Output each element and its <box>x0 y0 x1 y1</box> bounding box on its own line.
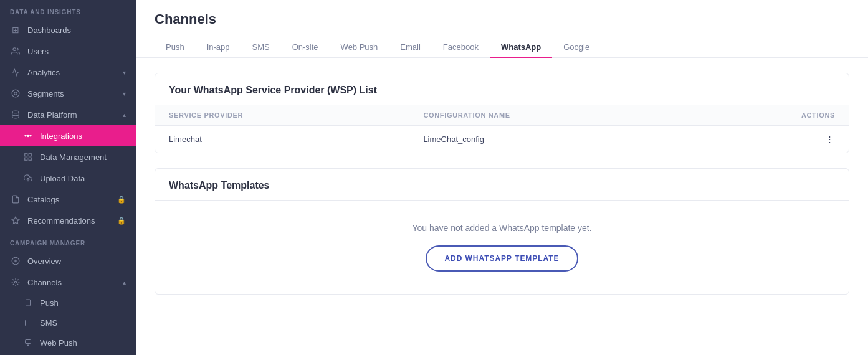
dashboards-icon: ⊞ <box>10 24 21 36</box>
templates-card-title: WhatsApp Templates <box>155 169 849 201</box>
lock-icon: 🔒 <box>117 196 126 204</box>
svg-point-4 <box>27 135 29 137</box>
svg-rect-19 <box>26 300 31 306</box>
col-header-actions: ACTIONS <box>695 105 849 126</box>
sidebar-item-segments[interactable]: Segments ▾ <box>0 83 136 104</box>
sidebar-item-label: Users <box>27 47 49 56</box>
recommendations-icon <box>10 215 21 226</box>
sidebar-item-dashboards[interactable]: ⊞ Dashboards <box>0 19 136 40</box>
wsp-table: SERVICE PROVIDER CONFIGURATION NAME ACTI… <box>155 105 849 153</box>
sidebar-item-users[interactable]: Users <box>0 40 136 62</box>
sidebar-item-label: Segments <box>27 89 64 98</box>
sidebar-sub-item-sms[interactable]: SMS <box>0 313 136 333</box>
users-icon <box>10 45 21 57</box>
tab-web-push[interactable]: Web Push <box>330 37 389 58</box>
integrations-icon <box>22 130 34 141</box>
tab-on-site[interactable]: On-site <box>281 37 330 58</box>
provider-name: Limechat <box>155 126 409 153</box>
web-push-icon <box>22 337 34 348</box>
sidebar-item-upload-data[interactable]: Upload Data <box>0 168 136 189</box>
catalogs-icon <box>10 194 21 205</box>
sidebar-item-label: Catalogs <box>27 195 59 204</box>
sidebar-sub-item-email[interactable]: Email <box>0 353 136 355</box>
config-name: LimeChat_config <box>409 126 695 153</box>
table-row: Limechat LimeChat_config ⋮ <box>155 126 849 153</box>
sidebar-item-data-management[interactable]: Data Management <box>0 146 136 168</box>
sidebar-item-overview[interactable]: Overview <box>0 250 136 272</box>
chevron-up-icon: ▴ <box>123 111 126 118</box>
push-icon <box>22 297 34 308</box>
svg-rect-11 <box>25 158 27 160</box>
page-header: Channels Push In-app SMS On-site Web Pus… <box>136 0 868 58</box>
add-whatsapp-template-button[interactable]: ADD WHATSAPP TEMPLATE <box>426 245 578 272</box>
sms-icon <box>22 317 34 328</box>
empty-state-text: You have not added a WhatsApp template y… <box>412 223 591 233</box>
tab-facebook[interactable]: Facebook <box>432 37 490 58</box>
tab-in-app[interactable]: In-app <box>196 37 241 58</box>
svg-point-6 <box>30 135 31 136</box>
col-header-provider: SERVICE PROVIDER <box>155 105 409 126</box>
section-title-data: DATA AND INSIGHTS <box>0 0 136 19</box>
sidebar-item-label: Dashboards <box>27 26 71 35</box>
overview-icon <box>10 255 21 267</box>
svg-rect-10 <box>29 154 31 156</box>
sidebar-sub-item-push[interactable]: Push <box>0 293 136 313</box>
sidebar-item-label: Data Management <box>40 153 107 162</box>
sidebar-item-recommendations[interactable]: Recommendations 🔒 <box>0 210 136 231</box>
wsp-card: Your WhatsApp Service Provider (WSP) Lis… <box>155 73 849 153</box>
tabs-bar: Push In-app SMS On-site Web Push Email F… <box>155 37 849 57</box>
channels-icon <box>10 277 21 288</box>
row-actions-menu[interactable]: ⋮ <box>695 126 849 153</box>
tab-whatsapp[interactable]: WhatsApp <box>490 37 552 58</box>
data-platform-icon <box>10 109 21 120</box>
tab-email[interactable]: Email <box>389 37 432 58</box>
sidebar-item-data-platform[interactable]: Data Platform ▴ <box>0 104 136 125</box>
svg-point-3 <box>12 111 19 113</box>
sidebar-item-label: Channels <box>27 278 62 287</box>
main-content: Channels Push In-app SMS On-site Web Pus… <box>136 0 868 355</box>
sidebar: DATA AND INSIGHTS ⊞ Dashboards Users Ana… <box>0 0 136 355</box>
sidebar-item-channels[interactable]: Channels ▴ <box>0 272 136 293</box>
wsp-card-title: Your WhatsApp Service Provider (WSP) Lis… <box>155 73 849 105</box>
tab-google[interactable]: Google <box>552 37 601 58</box>
svg-point-0 <box>13 48 16 51</box>
section-title-campaign: CAMPAIGN MANAGER <box>0 231 136 250</box>
svg-rect-20 <box>26 340 31 344</box>
templates-empty-state: You have not added a WhatsApp template y… <box>155 201 849 294</box>
upload-data-icon <box>22 173 34 184</box>
tab-sms[interactable]: SMS <box>241 37 281 58</box>
page-title: Channels <box>155 11 849 27</box>
templates-card: WhatsApp Templates You have not added a … <box>155 168 849 295</box>
chevron-up-icon: ▴ <box>123 279 126 286</box>
sidebar-item-catalogs[interactable]: Catalogs 🔒 <box>0 189 136 210</box>
sidebar-item-integrations[interactable]: Integrations <box>0 125 136 146</box>
sidebar-sub-label: Push <box>40 298 59 308</box>
page-body: Your WhatsApp Service Provider (WSP) Lis… <box>136 58 868 355</box>
svg-marker-14 <box>12 217 19 224</box>
sidebar-item-label: Overview <box>27 257 61 266</box>
col-header-config: CONFIGURATION NAME <box>409 105 695 126</box>
sidebar-sub-label: SMS <box>40 318 57 328</box>
sidebar-sub-label: Web Push <box>40 338 77 348</box>
sidebar-item-label: Data Platform <box>27 110 77 120</box>
sidebar-item-label: Analytics <box>27 68 60 77</box>
chevron-down-icon: ▾ <box>123 90 126 97</box>
svg-rect-9 <box>25 154 27 156</box>
segments-icon <box>10 88 21 99</box>
sidebar-item-analytics[interactable]: Analytics ▾ <box>0 62 136 83</box>
sidebar-item-label: Integrations <box>40 131 82 141</box>
tab-push[interactable]: Push <box>155 37 196 58</box>
sidebar-item-label: Upload Data <box>40 174 85 183</box>
analytics-icon <box>10 67 21 78</box>
sidebar-item-label: Recommendations <box>27 216 95 225</box>
svg-point-2 <box>14 92 17 95</box>
svg-point-1 <box>12 90 19 97</box>
svg-point-5 <box>25 135 26 136</box>
lock-icon: 🔒 <box>117 217 126 225</box>
svg-point-18 <box>14 281 17 283</box>
sidebar-sub-item-web-push[interactable]: Web Push <box>0 333 136 353</box>
data-management-icon <box>22 151 34 163</box>
chevron-down-icon: ▾ <box>123 69 126 76</box>
svg-rect-12 <box>29 158 31 160</box>
